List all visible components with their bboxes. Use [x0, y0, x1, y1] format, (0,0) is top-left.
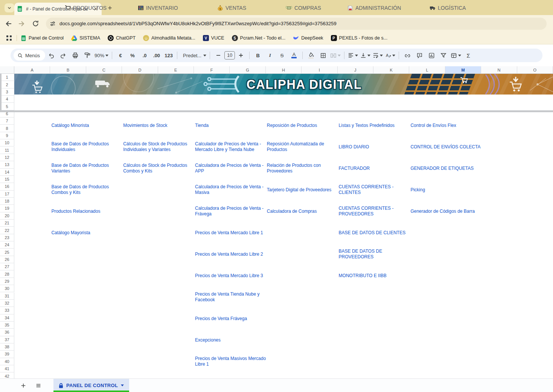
sheet-link[interactable]: Calculadora de Precios de Venta - Masiva — [195, 183, 267, 197]
sheet-link[interactable]: Reposición de Productos — [267, 118, 339, 133]
sheet-link[interactable]: Precios de Venta Mercado Libre 1 — [195, 226, 267, 240]
sheet-tab-label: PANEL DE CONTROL — [66, 383, 118, 388]
sheet-link[interactable]: CUENTAS CORRIENTES - CLIENTES — [339, 183, 411, 197]
sheet-link[interactable]: Catálogo Minorista — [51, 118, 123, 133]
sheet-link[interactable]: Tarjetero Digital de Proveedores — [267, 183, 339, 197]
sheet-links: Catálogo MinoristaBase de Datos de Produ… — [0, 0, 553, 378]
sheet-link[interactable]: Precios de Venta Mercado Libre 3 — [195, 268, 267, 283]
sheet-link[interactable]: Calculador de Precios de Venta - Mercado… — [195, 140, 267, 154]
sheet-link[interactable]: Relación de Productos con Proveedores — [267, 161, 339, 175]
all-sheets-button[interactable] — [33, 380, 44, 391]
sheet-link[interactable]: LIBRO DIARIO — [339, 140, 411, 154]
sheet-link[interactable]: Calculadora de Precios de Venta - Fráveg… — [195, 204, 267, 218]
sheet-link[interactable]: Precios de Venta Mercado Libre 2 — [195, 247, 267, 261]
sheet-link[interactable]: Reposición Automatizada de Productos — [267, 140, 339, 154]
sheet-link[interactable]: Productos Relacionados — [51, 204, 123, 218]
sheet-link[interactable]: Cálculos de Stock de Productos Combos y … — [123, 161, 195, 175]
sheet-link[interactable]: CUENTAS CORRIENTES - PROVEEDORES — [339, 204, 411, 218]
sheet-link[interactable]: CONTROL DE ENVÍOS COLECTA — [410, 140, 483, 154]
sheet-link[interactable]: FACTURADOR — [339, 161, 411, 175]
sheet-link[interactable]: Catálogo Mayorista — [51, 226, 123, 240]
sheet-link[interactable]: Tienda — [195, 118, 267, 133]
sheet-link[interactable]: Calculadora de Compras — [267, 204, 339, 218]
sheet-tab-color — [53, 390, 129, 392]
sheet-link[interactable]: Cálculos de Stock de Productos Individua… — [123, 140, 195, 154]
sheet-link[interactable]: Listas y Textos Predefinidos — [339, 118, 411, 133]
sheet-link[interactable]: BASE DE DATOS DE PROVEEDORES — [339, 247, 411, 261]
sheet-link[interactable]: Base de Datos de Productos Individuales — [51, 140, 123, 154]
sheet-link[interactable]: Base de Datos de Productos Combos y Kits — [51, 183, 123, 197]
sheet-link[interactable]: Calculadora de Precios de Venta - APP — [195, 161, 267, 175]
sheet-link[interactable]: Excepciones — [195, 333, 267, 347]
sheet-tab-bar: PANEL DE CONTROL — [0, 378, 553, 392]
sheet-link[interactable]: Picking — [410, 183, 483, 197]
sheet-tab-panel-de-control[interactable]: PANEL DE CONTROL — [53, 379, 129, 392]
sheet-link[interactable]: Movimientos de Stock — [123, 118, 195, 133]
sheet-link[interactable]: Generador de Códigos de Barra — [410, 204, 483, 218]
sheet-link[interactable]: BASE DE DATOS DE CLIENTES — [339, 226, 411, 240]
sheet-link[interactable]: Precios de Venta Masivos Mercado Libre 1 — [195, 354, 267, 369]
browser-window: # - Panel de Control - Hojas de docs.goo… — [0, 0, 553, 392]
lock-icon — [59, 383, 63, 388]
sheet-link[interactable]: Precios de Venta Tienda Nube y Facebook — [195, 290, 267, 304]
sheet-link[interactable]: Precios de Venta Frávega — [195, 311, 267, 326]
add-sheet-button[interactable] — [18, 380, 29, 391]
sheet-link[interactable]: GENERADOR DE ETIQUETAS — [410, 161, 483, 175]
sheet-link[interactable]: Base de Datos de Productos Variantes — [51, 161, 123, 175]
sheet-link[interactable]: MONOTRIBUTO E IIBB — [339, 268, 411, 283]
sheet-tab-menu-caret[interactable] — [121, 384, 124, 386]
sheet-link[interactable]: Control de Envíos Flex — [410, 118, 483, 133]
